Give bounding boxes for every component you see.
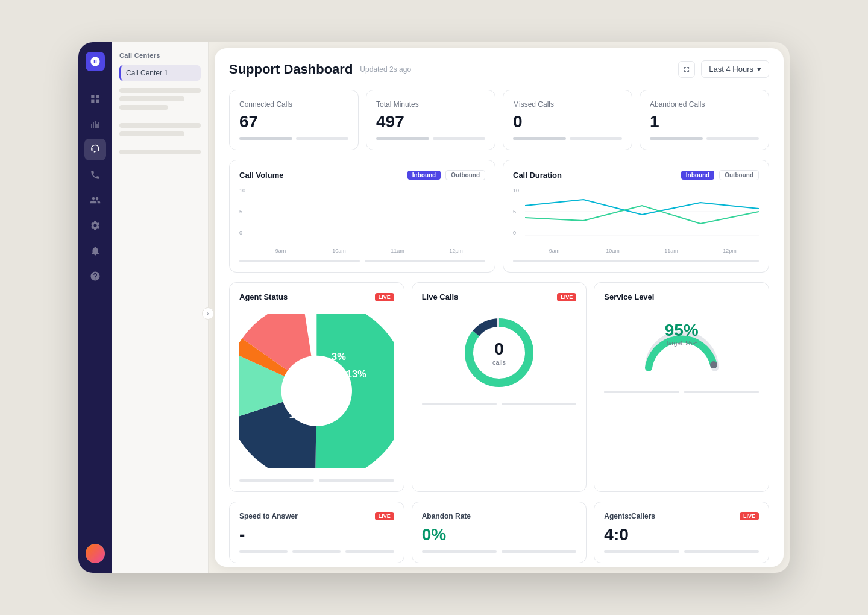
call-center-item[interactable]: Call Center 1 bbox=[119, 65, 201, 81]
legend-row: Inbound Outbound bbox=[681, 170, 759, 180]
call-volume-header: Call Volume Inbound Outbound bbox=[239, 170, 485, 180]
header-actions: Last 4 Hours ▾ bbox=[678, 60, 769, 78]
metric-title: Speed to Answer bbox=[239, 512, 298, 520]
main-content: Support Dashboard Updated 2s ago Last 4 … bbox=[215, 48, 784, 567]
chart-footer bbox=[422, 403, 577, 405]
stat-bar bbox=[376, 137, 429, 140]
skeleton-line bbox=[119, 105, 168, 110]
metric-footer bbox=[239, 550, 394, 553]
live-calls-title: Live Calls bbox=[422, 292, 459, 301]
expand-panel-button[interactable]: › bbox=[202, 308, 214, 320]
speed-to-answer-value: - bbox=[239, 525, 394, 544]
x-label: 10am bbox=[310, 248, 368, 254]
sidebar-item-headphone[interactable] bbox=[84, 139, 106, 160]
donut-container: 0 calls bbox=[422, 309, 577, 397]
y-axis-labels: 1050 bbox=[239, 188, 245, 236]
service-level-card: Service Level 95% Target: 95% bbox=[594, 282, 769, 492]
stat-card-connected-calls: Connected Calls 67 bbox=[229, 90, 359, 150]
legend-row: Inbound Outbound bbox=[407, 170, 485, 180]
pie-chart: 51% 20% 12% 3% 13% bbox=[239, 314, 394, 468]
footer-bar bbox=[239, 550, 288, 553]
speed-to-answer-card: Speed to Answer LIVE - bbox=[229, 502, 404, 563]
bottom-row: Agent Status LIVE 5 bbox=[229, 282, 769, 492]
footer-bar bbox=[502, 550, 576, 553]
live-badge: LIVE bbox=[375, 512, 394, 520]
charts-row: Call Volume Inbound Outbound 1050 9am 10… bbox=[229, 160, 769, 273]
footer-bar bbox=[345, 550, 394, 553]
live-badge: LIVE bbox=[557, 293, 576, 301]
sidebar-item-users[interactable] bbox=[84, 189, 106, 211]
stat-value: 67 bbox=[239, 112, 348, 131]
outbound-legend[interactable]: Outbound bbox=[719, 170, 759, 180]
svg-point-21 bbox=[710, 361, 717, 368]
service-level-title: Service Level bbox=[604, 292, 654, 301]
stat-bar bbox=[239, 137, 292, 140]
abandon-rate-card: Abandon Rate 0% bbox=[412, 502, 587, 563]
live-badge: LIVE bbox=[740, 512, 759, 520]
x-label: 12pm bbox=[700, 248, 759, 254]
sidebar-item-phone[interactable] bbox=[84, 164, 106, 186]
metric-title: Abandon Rate bbox=[422, 512, 471, 520]
y-axis-labels: 1050 bbox=[513, 188, 519, 236]
live-calls-value: 0 bbox=[494, 339, 504, 359]
line-chart: 1050 bbox=[513, 188, 759, 248]
sidebar-nav bbox=[78, 83, 112, 544]
x-label: 11am bbox=[368, 248, 427, 254]
footer-bar bbox=[319, 479, 394, 482]
metrics-row: Speed to Answer LIVE - Abandon Rate 0% bbox=[229, 502, 769, 563]
live-badge: LIVE bbox=[375, 293, 394, 301]
live-calls-label: calls bbox=[492, 359, 506, 366]
x-label: 11am bbox=[642, 248, 700, 254]
inbound-legend[interactable]: Inbound bbox=[407, 171, 441, 180]
agent-status-title: Agent Status bbox=[239, 292, 288, 301]
app-logo[interactable] bbox=[86, 52, 105, 71]
stat-bar bbox=[513, 137, 566, 140]
skeleton-line bbox=[119, 96, 184, 101]
skeleton-line bbox=[119, 131, 184, 136]
page-title: Support Dashboard bbox=[229, 62, 353, 77]
footer-bar bbox=[239, 479, 314, 482]
x-axis-labels: 9am 10am 11am 12pm bbox=[525, 248, 759, 254]
service-level-value: 95% bbox=[665, 321, 699, 340]
sidebar-item-bell[interactable] bbox=[84, 240, 106, 262]
svg-rect-3 bbox=[96, 100, 99, 103]
footer-bar bbox=[604, 550, 679, 553]
bar-chart: 1050 bbox=[239, 188, 485, 248]
stat-label: Total Minutes bbox=[376, 100, 485, 109]
chart-footer bbox=[239, 479, 394, 482]
user-avatar[interactable] bbox=[86, 544, 105, 563]
stats-row: Connected Calls 67 Total Minutes 497 Mis… bbox=[229, 90, 769, 150]
call-volume-title: Call Volume bbox=[239, 171, 283, 180]
chevron-down-icon: ▾ bbox=[757, 65, 761, 74]
outbound-legend[interactable]: Outbound bbox=[445, 170, 485, 180]
footer-bar bbox=[684, 550, 759, 553]
chart-footer bbox=[604, 391, 759, 393]
svg-text:13%: 13% bbox=[347, 368, 366, 379]
call-duration-title: Call Duration bbox=[513, 171, 562, 180]
x-label: 12pm bbox=[427, 248, 485, 254]
live-calls-header: Live Calls LIVE bbox=[422, 292, 577, 301]
svg-text:20%: 20% bbox=[283, 375, 306, 388]
inbound-legend[interactable]: Inbound bbox=[681, 171, 714, 180]
live-calls-card: Live Calls LIVE 0 calls bbox=[412, 282, 587, 492]
sidebar-item-grid[interactable] bbox=[84, 88, 106, 110]
sidebar bbox=[78, 42, 112, 573]
sidebar-item-help[interactable] bbox=[84, 265, 106, 287]
footer-bar bbox=[239, 260, 360, 262]
call-duration-card: Call Duration Inbound Outbound 1050 bbox=[503, 160, 769, 273]
fullscreen-button[interactable] bbox=[678, 61, 695, 78]
stat-card-total-minutes: Total Minutes 497 bbox=[366, 90, 495, 150]
sidebar-item-settings[interactable] bbox=[84, 215, 106, 236]
skeleton-line bbox=[119, 150, 201, 154]
chart-footer bbox=[239, 260, 485, 262]
time-filter-dropdown[interactable]: Last 4 Hours ▾ bbox=[701, 60, 769, 78]
sidebar-item-chart[interactable] bbox=[84, 113, 106, 135]
left-panel: Call Centers Call Center 1 › bbox=[112, 42, 209, 573]
svg-rect-2 bbox=[91, 100, 94, 103]
logo-icon bbox=[90, 56, 101, 67]
footer-bar bbox=[604, 391, 679, 393]
donut-center: 0 calls bbox=[492, 339, 506, 366]
header: Support Dashboard Updated 2s ago Last 4 … bbox=[229, 60, 769, 78]
stat-bar bbox=[570, 137, 623, 140]
svg-text:3%: 3% bbox=[332, 351, 346, 362]
